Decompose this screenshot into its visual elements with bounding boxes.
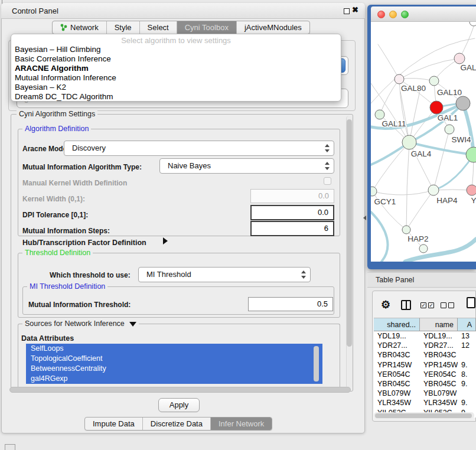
attributes-list-scrollbar-thumb[interactable] <box>314 346 319 381</box>
which-threshold-combobox[interactable]: MI Threshold <box>138 267 311 282</box>
sources-title[interactable]: Sources for Network Inference <box>22 320 139 328</box>
apply-button[interactable]: Apply <box>158 398 200 412</box>
close-icon[interactable]: ✖ <box>352 5 358 14</box>
node-partial-bottom[interactable] <box>419 244 428 253</box>
tab-jactivemnodules[interactable]: jActiveMNodules <box>237 21 309 34</box>
table-cell[interactable]: 8. <box>458 370 476 379</box>
algorithm-option-basic-correlation-inference[interactable]: Basic Correlation Inference <box>11 54 341 64</box>
table-row[interactable]: YBR045CYBR045C9. <box>374 379 476 389</box>
table-cell[interactable]: YDR27... <box>420 341 458 350</box>
table-cell[interactable]: YPR145W <box>420 360 458 370</box>
tab-infer-network[interactable]: Infer Network <box>211 418 272 430</box>
network-window-titlebar[interactable] <box>371 6 476 22</box>
table-cell[interactable]: YBR043C <box>420 350 458 360</box>
table-cell[interactable]: YPR145W <box>374 360 420 370</box>
node-green-right[interactable] <box>466 147 476 162</box>
tab-impute-data[interactable]: Impute Data <box>85 418 143 430</box>
node-gcy1[interactable] <box>371 187 377 196</box>
table-cell[interactable]: 9. <box>458 379 476 389</box>
table-horizontal-scrollbar[interactable] <box>374 412 474 419</box>
table-row[interactable]: YLR345WYLR345W9. <box>374 398 476 407</box>
attribute-item-selfloops[interactable]: SelfLoops <box>26 344 322 354</box>
node-gal11[interactable] <box>375 110 384 119</box>
node-gal-right[interactable] <box>454 53 465 64</box>
dpi-tolerance-field[interactable]: 0.0 <box>250 205 334 220</box>
tab-network[interactable]: Network <box>53 21 107 34</box>
table-cell[interactable]: YBR043C <box>374 350 420 360</box>
table-cell[interactable]: YBR045C <box>420 379 458 389</box>
table-cell[interactable]: YBL079W <box>374 389 420 398</box>
table-row[interactable]: YDL19...YDL19...13 <box>374 331 476 341</box>
aracne-mode-combobox[interactable]: Discovery <box>64 141 334 156</box>
kernel-width-field[interactable]: 0.0 <box>250 189 334 203</box>
tab-cyni-toolbox[interactable]: Cyni Toolbox <box>177 21 237 34</box>
algorithm-option-bayesian-k2[interactable]: Bayesian – K2 <box>11 83 341 92</box>
table-row[interactable]: YPR145WYPR145W9. <box>374 360 476 370</box>
mi-threshold-field[interactable]: 0.5 <box>248 297 333 311</box>
select-all-checkboxes-icon[interactable]: ✓✓ <box>420 302 434 308</box>
export-table-icon[interactable] <box>467 297 475 308</box>
tab-style[interactable]: Style <box>107 21 140 34</box>
table-horizontal-scrollbar-thumb[interactable] <box>375 413 472 418</box>
table-cell[interactable]: YDL19... <box>420 331 458 341</box>
algorithm-option-aracne-algorithm[interactable]: ARACNE Algorithm <box>11 64 341 73</box>
attribute-item-topologicalcoefficient[interactable]: TopologicalCoefficient <box>26 354 322 364</box>
node-swi4[interactable] <box>445 125 454 134</box>
table-cell[interactable]: 12 <box>458 341 476 350</box>
algorithm-option-bayesian-hill-climbing[interactable]: Bayesian – Hill Climbing <box>11 45 341 54</box>
table-row[interactable]: YBR043CYBR043C <box>374 350 476 360</box>
attribute-item-gal4rgexp[interactable]: gal4RGexp <box>26 374 322 384</box>
mi-steps-field[interactable]: 6 <box>250 221 334 236</box>
node-salmon[interactable] <box>467 185 476 195</box>
algorithm-option-dream8-dc-tdc-algorithm[interactable]: Dream8 DC_TDC Algorithm <box>11 92 341 102</box>
table-row[interactable]: YBL079WYBL079W <box>374 389 476 398</box>
table-row[interactable]: YER054CYER054C8. <box>374 370 476 379</box>
deselect-all-checkboxes-icon[interactable] <box>441 302 454 308</box>
panel-divider-arrow-icon[interactable] <box>363 216 366 220</box>
table-cell[interactable]: YLR345W <box>374 398 420 407</box>
column-header-a[interactable]: A <box>458 318 476 331</box>
gear-icon[interactable]: ⚙ <box>381 298 390 311</box>
manual-kernel-checkbox[interactable] <box>324 177 331 185</box>
table-cell[interactable]: YDL19... <box>374 331 420 341</box>
node-hap4[interactable] <box>428 185 439 195</box>
minimize-traffic-light-icon[interactable] <box>389 11 397 18</box>
table-cell[interactable]: 9. <box>458 398 476 407</box>
expand-arrow-icon[interactable] <box>163 237 168 244</box>
table-cell[interactable] <box>458 350 476 360</box>
close-traffic-light-icon[interactable] <box>377 11 385 18</box>
table-row[interactable]: YDR27...YDR27...12 <box>374 341 476 350</box>
minimized-window-icon[interactable] <box>5 444 15 450</box>
table-cell[interactable]: YBL079W <box>420 389 458 398</box>
column-header-shared[interactable]: shared... <box>374 318 420 331</box>
tab-discretize-data[interactable]: Discretize Data <box>143 418 211 430</box>
table-cell[interactable]: YLR345W <box>420 398 458 407</box>
node-gal10[interactable] <box>429 76 439 86</box>
float-window-icon[interactable] <box>344 8 350 14</box>
table-cell[interactable] <box>458 389 476 398</box>
node-partial-top[interactable] <box>470 22 476 26</box>
table-cell[interactable]: YER054C <box>420 370 458 379</box>
node-gal1[interactable] <box>430 101 443 114</box>
attribute-item-betweennesscentrality[interactable]: BetweennessCentrality <box>26 364 322 374</box>
column-header-name[interactable]: name <box>420 318 458 331</box>
algorithm-option-mutual-information-inference[interactable]: Mutual Information Inference <box>11 73 341 83</box>
settings-horizontal-scrollbar-thumb[interactable] <box>9 387 351 393</box>
collapse-arrow-icon[interactable] <box>129 322 136 327</box>
node-gal80[interactable] <box>395 74 404 84</box>
zoom-traffic-light-icon[interactable] <box>401 11 409 18</box>
settings-vertical-scrollbar-thumb[interactable] <box>347 119 352 347</box>
table-cell[interactable]: YBR045C <box>374 379 420 389</box>
hub-definition-label[interactable]: Hub/Transcription Factor Definition <box>22 239 146 247</box>
node-hap2[interactable] <box>402 226 410 234</box>
column-view-icon[interactable] <box>401 300 411 310</box>
mi-type-combobox[interactable]: Naive Bayes <box>159 158 334 174</box>
table-cell[interactable]: 9. <box>458 360 476 370</box>
table-cell[interactable]: YDR27... <box>374 341 420 350</box>
network-canvas[interactable]: GALGAL80GAL10GAL1SWI4GAL11GAL4GCY1HAP4YH… <box>371 22 476 262</box>
table-cell[interactable]: 13 <box>458 331 476 341</box>
node-gal4[interactable] <box>402 135 416 149</box>
table-cell[interactable]: YER054C <box>374 370 420 379</box>
tab-select[interactable]: Select <box>140 21 177 34</box>
node-gray[interactable] <box>456 96 470 110</box>
